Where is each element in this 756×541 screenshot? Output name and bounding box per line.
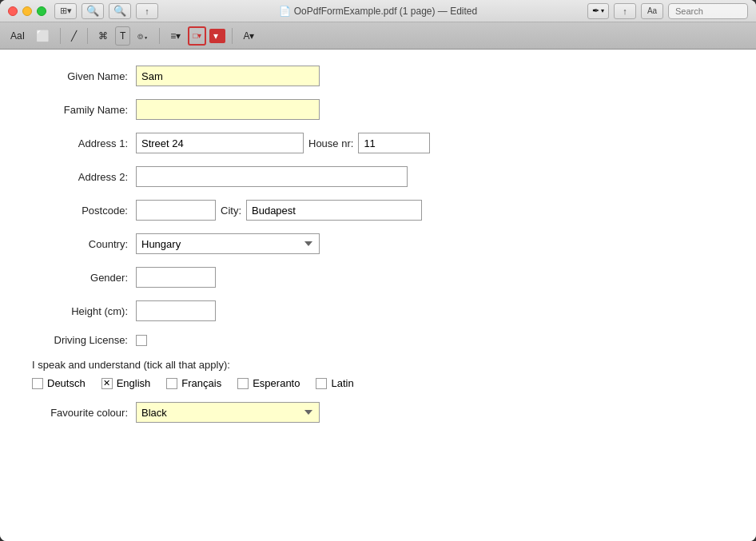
- lang-latin-item: Latin: [316, 377, 353, 389]
- driving-license-row: Driving License:: [32, 334, 724, 346]
- house-nr-input[interactable]: [358, 133, 430, 153]
- lang-francais-label: Français: [181, 377, 221, 389]
- country-label: Country:: [32, 238, 136, 250]
- postcode-input[interactable]: [136, 200, 216, 221]
- height-input[interactable]: [136, 300, 216, 321]
- height-label: Height (cm):: [32, 305, 136, 317]
- gender-label: Gender:: [32, 272, 136, 284]
- lang-latin-label: Latin: [331, 377, 353, 389]
- lang-deutsch-label: Deutsch: [47, 377, 86, 389]
- lang-francais-item: Français: [166, 377, 221, 389]
- address2-input[interactable]: [136, 166, 408, 187]
- doc-icon: 📄: [279, 6, 291, 17]
- given-name-label: Given Name:: [32, 70, 136, 82]
- languages-intro-label: I speak and understand (tick all that ap…: [32, 359, 724, 371]
- colour-row: Favourite colour: Black Red Blue Green Y…: [32, 402, 724, 423]
- country-select[interactable]: Hungary Austria Germany Romania Slovakia: [136, 233, 320, 254]
- given-name-input[interactable]: [136, 66, 320, 86]
- zoom-out-btn[interactable]: 🔍: [82, 3, 104, 19]
- city-input[interactable]: [246, 200, 422, 221]
- address2-row: Address 2:: [32, 166, 724, 187]
- driving-license-checkbox[interactable]: [136, 335, 147, 346]
- window-title: 📄 OoPdfFormExample.pdf (1 page) — Edited: [279, 6, 477, 17]
- lang-francais-checkbox[interactable]: [166, 378, 177, 389]
- given-name-row: Given Name:: [32, 66, 724, 86]
- sign-dropdown-btn[interactable]: ✒▾: [587, 3, 609, 19]
- family-name-input[interactable]: [136, 99, 320, 120]
- postcode-city-row: Postcode: City:: [32, 200, 724, 221]
- traffic-lights: [8, 6, 46, 16]
- main-window: ⊞▾ 🔍 🔍 ↑ 📄 OoPdfFormExample.pdf (1 page)…: [0, 0, 756, 541]
- lang-deutsch-item: Deutsch: [32, 377, 86, 389]
- titlebar-right: ✒▾ ↑ Aa: [587, 3, 748, 19]
- house-nr-label: House nr:: [304, 137, 358, 149]
- fill-color-btn[interactable]: ▾: [209, 29, 225, 43]
- lang-esperanto-checkbox[interactable]: [237, 378, 249, 389]
- lasso-btn[interactable]: ⌘: [94, 26, 112, 46]
- driving-license-label: Driving License:: [32, 334, 136, 346]
- postcode-label: Postcode:: [32, 205, 136, 217]
- sep1: [60, 28, 61, 44]
- share-btn[interactable]: ↑: [614, 3, 636, 19]
- close-button[interactable]: [8, 6, 18, 16]
- maximize-button[interactable]: [37, 6, 46, 16]
- view-toggle-btn[interactable]: ⊞▾: [54, 3, 77, 19]
- pen-btn[interactable]: ╱: [67, 26, 81, 46]
- country-row: Country: Hungary Austria Germany Romania…: [32, 233, 724, 254]
- favourite-colour-label: Favourite colour:: [32, 407, 136, 419]
- font-size-btn[interactable]: A▾: [239, 26, 258, 46]
- rect-outline-btn[interactable]: □▾: [188, 26, 206, 46]
- secondary-toolbar: AaI ⬜ ╱ ⌘ T ⌾▾ ≡▾ □▾ ▾ A▾: [0, 22, 756, 50]
- minimize-button[interactable]: [22, 6, 32, 16]
- address1-row: Address 1: House nr:: [32, 133, 724, 153]
- lang-english-label: English: [117, 377, 151, 389]
- text-insert-btn[interactable]: T: [115, 26, 130, 46]
- aa-text-btn[interactable]: AaI: [6, 26, 29, 46]
- titlebar: ⊞▾ 🔍 🔍 ↑ 📄 OoPdfFormExample.pdf (1 page)…: [0, 0, 756, 22]
- sep3: [159, 28, 160, 44]
- select-area-btn[interactable]: ⬜: [32, 26, 54, 46]
- gender-row: Gender:: [32, 267, 724, 288]
- city-label: City:: [216, 205, 246, 217]
- languages-row: Deutsch ✕ English Français Esperanto: [32, 377, 724, 389]
- shape-dropdown-btn[interactable]: ⌾▾: [133, 26, 153, 46]
- lang-esperanto-item: Esperanto: [237, 377, 300, 389]
- family-name-label: Family Name:: [32, 104, 136, 116]
- address1-label: Address 1:: [32, 137, 136, 149]
- gender-input[interactable]: [136, 267, 216, 288]
- upload-btn[interactable]: ↑: [136, 3, 158, 19]
- lang-english-checkbox[interactable]: ✕: [101, 378, 113, 389]
- height-row: Height (cm):: [32, 300, 724, 321]
- pdf-content: Given Name: Family Name: Address 1: Hous…: [0, 50, 756, 541]
- annotate-btn[interactable]: Aa: [641, 3, 663, 19]
- languages-section: I speak and understand (tick all that ap…: [32, 359, 724, 389]
- align-btn[interactable]: ≡▾: [166, 26, 185, 46]
- lang-english-item: ✕ English: [101, 377, 151, 389]
- lang-latin-checkbox[interactable]: [316, 378, 327, 389]
- address2-label: Address 2:: [32, 171, 136, 183]
- window-title-text: OoPdfFormExample.pdf (1 page) — Edited: [294, 6, 477, 17]
- family-name-row: Family Name:: [32, 99, 724, 120]
- zoom-in-btn[interactable]: 🔍: [109, 3, 131, 19]
- search-input[interactable]: [668, 3, 748, 19]
- colour-select[interactable]: Black Red Blue Green Yellow White: [136, 402, 320, 423]
- address1-input[interactable]: [136, 133, 304, 153]
- sep2: [87, 28, 88, 44]
- aa-label: AaI: [10, 30, 25, 42]
- sep4: [232, 28, 233, 44]
- lang-deutsch-checkbox[interactable]: [32, 378, 43, 389]
- lang-esperanto-label: Esperanto: [253, 377, 300, 389]
